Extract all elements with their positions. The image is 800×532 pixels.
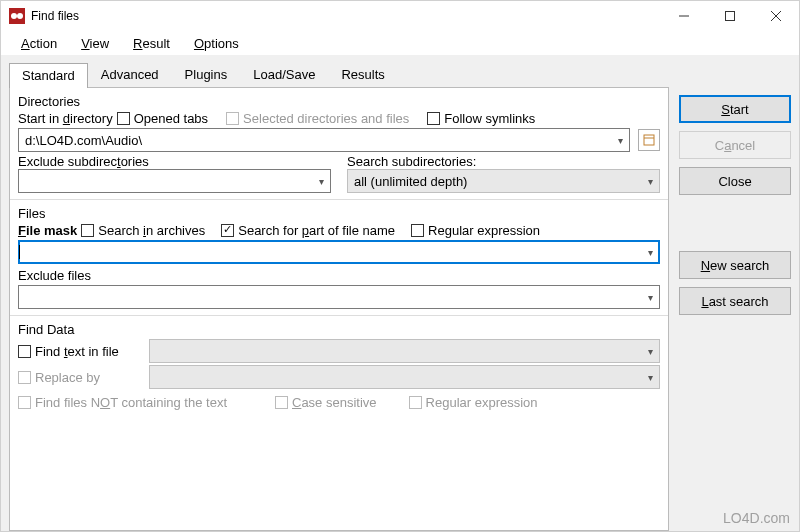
content: Standard Advanced Plugins Load/Save Resu… [1,55,799,531]
last-search-button[interactable]: Last search [679,287,791,315]
finddata-regex-label: Regular expression [426,395,538,410]
window-title: Find files [31,9,79,23]
follow-symlinks-label: Follow symlinks [444,111,535,126]
chevron-down-icon: ▾ [641,292,659,303]
tabs: Standard Advanced Plugins Load/Save Resu… [9,61,669,87]
left-column: Standard Advanced Plugins Load/Save Resu… [9,61,669,531]
replace-by-label: Replace by [35,370,145,385]
find-files-window: Find files Action View Result Options St… [0,0,800,532]
opened-tabs-checkbox[interactable] [117,112,130,125]
finddata-legend: Find Data [18,322,660,337]
exclude-subdirs-label: Exclude subdirectories [18,154,331,169]
files-legend: Files [18,206,660,221]
exclude-files-label: Exclude files [18,268,660,283]
finddata-regex-checkbox [409,396,422,409]
chevron-down-icon: ▾ [641,346,659,357]
standard-panel: Directories Start in directory Opened ta… [9,87,669,531]
tab-standard[interactable]: Standard [9,63,88,88]
selected-dirs-checkbox [226,112,239,125]
search-archives-checkbox[interactable] [81,224,94,237]
maximize-button[interactable] [707,1,753,31]
menu-options[interactable]: Options [184,34,249,53]
not-containing-checkbox [18,396,31,409]
file-mask-combo[interactable]: ▾ [18,240,660,264]
file-mask-label: File mask [18,223,77,238]
menubar: Action View Result Options [1,31,799,55]
app-icon [9,8,25,24]
titlebar: Find files [1,1,799,31]
start-in-directory-label: Start in directory [18,111,113,126]
chevron-down-icon: ▾ [641,247,659,258]
tab-advanced[interactable]: Advanced [88,62,172,87]
find-text-label: Find text in file [35,344,145,359]
chevron-down-icon: ▾ [641,176,659,187]
find-text-combo[interactable]: ▾ [149,339,660,363]
search-part-checkbox[interactable] [221,224,234,237]
browse-directory-button[interactable] [638,129,660,151]
menu-view[interactable]: View [71,34,119,53]
case-sensitive-label: Case sensitive [292,395,377,410]
svg-point-1 [11,13,17,19]
follow-symlinks-checkbox[interactable] [427,112,440,125]
search-part-label: Search for part of file name [238,223,395,238]
search-subdirs-label: Search subdirectories: [347,154,660,169]
chevron-down-icon: ▾ [611,135,629,146]
find-text-checkbox[interactable] [18,345,31,358]
case-sensitive-checkbox [275,396,288,409]
file-mask-value [19,245,641,259]
tab-results[interactable]: Results [328,62,397,87]
search-archives-label: Search in archives [98,223,205,238]
svg-point-2 [17,13,23,19]
replace-by-checkbox [18,371,31,384]
chevron-down-icon: ▾ [312,176,330,187]
close-window-button[interactable]: Close [679,167,791,195]
right-column: Start Cancel Close New search Last searc… [679,61,791,531]
selected-dirs-label: Selected directories and files [243,111,409,126]
menu-action[interactable]: Action [11,34,67,53]
svg-rect-4 [726,12,735,21]
exclude-subdirs-combo[interactable]: ▾ [18,169,331,193]
svg-rect-7 [644,135,654,145]
opened-tabs-label: Opened tabs [134,111,208,126]
not-containing-label: Find files NOT containing the text [35,395,227,410]
minimize-button[interactable] [661,1,707,31]
cancel-button: Cancel [679,131,791,159]
menu-result[interactable]: Result [123,34,180,53]
tab-loadsave[interactable]: Load/Save [240,62,328,87]
files-regex-label: Regular expression [428,223,540,238]
new-search-button[interactable]: New search [679,251,791,279]
close-button[interactable] [753,1,799,31]
files-regex-checkbox[interactable] [411,224,424,237]
watermark: LO4D.com [723,510,790,526]
tab-plugins[interactable]: Plugins [172,62,241,87]
start-directory-value: d:\LO4D.com\Audio\ [19,133,611,148]
chevron-down-icon: ▾ [641,372,659,383]
search-subdirs-value: all (unlimited depth) [348,174,641,189]
search-subdirs-combo[interactable]: all (unlimited depth) ▾ [347,169,660,193]
directories-legend: Directories [18,94,660,109]
replace-by-combo: ▾ [149,365,660,389]
exclude-files-combo[interactable]: ▾ [18,285,660,309]
start-directory-combo[interactable]: d:\LO4D.com\Audio\ ▾ [18,128,630,152]
start-button[interactable]: Start [679,95,791,123]
